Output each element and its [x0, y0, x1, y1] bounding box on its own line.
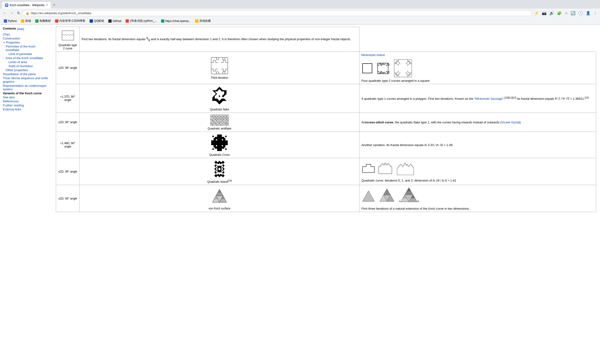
profile-icon[interactable]: 👤 [585, 10, 591, 16]
toc-link-thue-morse[interactable]: Thue–Morse sequence and turtle graphics [3, 76, 48, 83]
read-aloud-icon[interactable]: 🔊 [548, 10, 555, 16]
translate-icon[interactable]: ⚡ [533, 10, 540, 16]
svg-rect-88 [215, 123, 216, 124]
sidebar-toc: Contents [hide] (Top) Construction ▼ Pro… [0, 25, 52, 364]
svg-point-5 [219, 95, 220, 97]
toc-link-perimeter[interactable]: Perimeter of the Koch snowflake [6, 45, 36, 52]
table-row: Quadratic type 2 curve First two iterati… [56, 27, 596, 52]
toc-item-area[interactable]: Area of the Koch snowflake [3, 56, 49, 60]
bookmark-others[interactable]: 其他收藏 [193, 18, 213, 24]
minkowski-island-link[interactable]: Minkowski Island [361, 53, 384, 57]
svg-rect-64 [218, 120, 218, 121]
table-row: ≤2D, 90° angle Quadratic island[14] [56, 158, 596, 185]
svg-rect-93 [222, 123, 223, 124]
toc-link-other-properties[interactable]: Other properties [6, 68, 28, 72]
cell-image-4: Quadratic Cross [80, 132, 359, 158]
bookmark-qqmail[interactable]: QQ邮箱 [88, 18, 106, 24]
toc-link-solid-revolution[interactable]: Solid of revolution [9, 64, 33, 68]
reload-button[interactable]: ↻ [16, 10, 21, 16]
toc-item-limit-perimeter[interactable]: Limit of perimeter [3, 52, 49, 56]
history-icon[interactable]: 🕐 [577, 10, 584, 16]
svg-rect-21 [212, 116, 213, 117]
toc-item-lindenmayer[interactable]: Representation as Lindenmayer system [3, 84, 49, 91]
toc-link-further-reading[interactable]: Further reading [3, 103, 24, 107]
svg-marker-134 [363, 191, 374, 201]
bookmark-qianduan[interactable]: 前端 [19, 18, 33, 24]
svg-rect-79 [220, 122, 221, 123]
minkowski-sausage-link[interactable]: Minkowski Sausage [475, 97, 503, 100]
toc-link-tessellation[interactable]: Tessellation of the plane [3, 72, 36, 76]
svg-rect-54 [222, 119, 223, 120]
svg-rect-125 [225, 148, 226, 150]
active-tab[interactable]: W Koch snowflake - Wikipedia ✕ [2, 1, 51, 9]
main-content: Quadratic type 2 curve First two iterati… [52, 25, 600, 364]
formula-4: ln 3.33 / ln √6 [424, 143, 443, 147]
address-bar[interactable]: 🔒 https://en.wikipedia.org/wiki/Koch_sno… [22, 10, 532, 16]
bookmark-python2[interactable]: (35条消息) python_... [124, 18, 159, 24]
vicsek-fractal-link[interactable]: Vicsek fractal [501, 120, 520, 124]
svg-rect-29 [223, 116, 224, 117]
toc-item-further-reading[interactable]: Further reading [3, 103, 49, 107]
new-tab-button[interactable]: + [51, 3, 57, 8]
bookmark-diannaojiaocai[interactable]: 电脑教材 [33, 18, 53, 24]
toc-item-limits-area[interactable]: Limits of area [3, 60, 49, 64]
toc-item-solid-revolution[interactable]: Solid of revolution [3, 64, 49, 68]
tab-bar: W Koch snowflake - Wikipedia ✕ + [0, 0, 600, 9]
svg-rect-84 [227, 122, 228, 123]
svg-rect-2 [363, 64, 372, 73]
toc-item-tessellation[interactable]: Tessellation of the plane [3, 72, 49, 76]
ref-10: [10][11][12] [505, 96, 516, 99]
tab-close-button[interactable]: ✕ [46, 4, 48, 7]
toc-hide-link[interactable]: [hide] [17, 27, 24, 31]
toc-item-top[interactable]: (Top) [3, 33, 49, 36]
toc-link-properties[interactable]: Properties [6, 41, 20, 44]
toc-item-perimeter[interactable]: Perimeter of the Koch snowflake [3, 45, 49, 52]
bookmark-icon-others [195, 19, 198, 23]
bookmark-icon-qianduan [21, 19, 24, 23]
toc-item-other-properties[interactable]: Other properties [3, 68, 49, 72]
svg-rect-17 [225, 115, 226, 116]
bookmark-csdn[interactable]: 内容管理-CSDN博客 [53, 18, 87, 24]
bookmark-github[interactable]: GitHub [106, 19, 123, 23]
qi-iter2-svg [396, 161, 415, 177]
svg-rect-16 [223, 115, 224, 116]
qi-iter0-svg [361, 163, 375, 175]
menu-icon[interactable]: ⋮ [592, 10, 598, 16]
extensions-icon[interactable]: 🧩 [556, 10, 563, 16]
back-button[interactable]: ← [2, 10, 8, 16]
svg-rect-75 [215, 122, 216, 123]
toc-item-see-also[interactable]: See also [3, 95, 49, 99]
forward-button[interactable]: → [9, 10, 15, 16]
toc-link-limits-area[interactable]: Limits of area [9, 60, 27, 64]
toc-collapse-properties[interactable]: ▼ [3, 41, 5, 44]
favorites-icon[interactable]: ☆ [563, 10, 569, 16]
toc-item-construction[interactable]: Construction [3, 37, 49, 40]
toc-item-variants[interactable]: Variants of the Koch curve [3, 91, 49, 95]
svg-rect-13 [219, 115, 220, 116]
toc-link-top[interactable]: (Top) [3, 33, 10, 36]
toc-link-see-also[interactable]: See also [3, 95, 15, 99]
ref-14: [14] [228, 179, 232, 182]
toc-link-references[interactable]: References [3, 100, 19, 103]
toc-link-variants[interactable]: Variants of the Koch curve [3, 91, 42, 95]
img-container-4: Quadratic Cross [82, 133, 357, 156]
toc-link-area[interactable]: Area of the Koch snowflake [6, 56, 43, 60]
toc-link-construction[interactable]: Construction [3, 37, 20, 40]
cell-desc-4: Another variation. Its fractal dimension… [359, 132, 596, 158]
toc-item-references[interactable]: References [3, 100, 49, 103]
toc-link-lindenmayer[interactable]: Representation as Lindenmayer system [3, 84, 46, 91]
screenshot-icon[interactable]: 📷 [541, 10, 547, 16]
svg-rect-98 [210, 125, 211, 126]
svg-rect-7 [210, 115, 211, 116]
refresh-icon[interactable]: 🔄 [570, 10, 576, 16]
bookmark-openai[interactable]: https://chat.openai... [159, 19, 193, 23]
svg-rect-46 [210, 119, 211, 120]
desc-text-5b: ≈ 1.61 [448, 179, 456, 182]
svg-rect-99 [212, 125, 213, 126]
toc-item-properties[interactable]: ▼ Properties [3, 41, 49, 44]
toc-item-external-links[interactable]: External links [3, 108, 49, 111]
toc-item-thue-morse[interactable]: Thue–Morse sequence and turtle graphics [3, 76, 49, 83]
toc-link-external-links[interactable]: External links [3, 108, 21, 111]
toc-link-limit-perimeter[interactable]: Limit of perimeter [9, 52, 32, 56]
bookmark-python[interactable]: Python [2, 19, 19, 23]
